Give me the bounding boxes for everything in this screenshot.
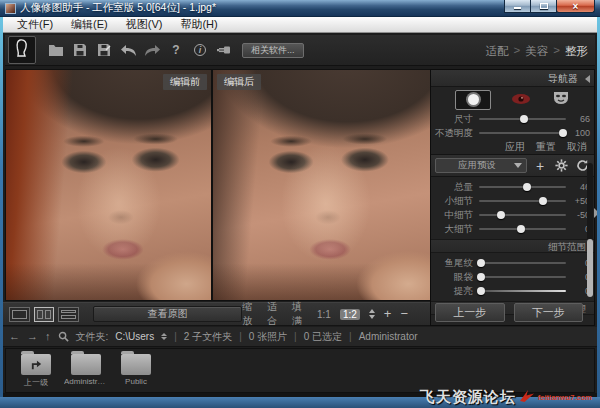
breadcrumb-separator: >	[514, 44, 521, 59]
before-badge: 编辑前	[163, 74, 207, 90]
eye-bag-slider-label: 眼袋	[433, 271, 479, 284]
amount-slider[interactable]	[479, 186, 566, 188]
folder-item-up[interactable]: 上一级	[14, 352, 58, 389]
brighten-slider-thumb[interactable]	[477, 287, 485, 295]
view-original-button[interactable]: 查看原图	[93, 306, 242, 322]
mid-detail-slider-label: 中细节	[433, 209, 479, 222]
stat-separator: |	[239, 331, 242, 342]
folder-item-label: Public	[114, 377, 158, 386]
preview-area: 编辑前 编辑后	[5, 69, 431, 301]
zoom-in-button[interactable]: +	[384, 309, 392, 319]
up-folder-button[interactable]: ↑	[45, 331, 51, 342]
breadcrumb-step-fit[interactable]: 适配	[486, 44, 509, 59]
large-detail-slider-label: 大细节	[433, 223, 479, 236]
opacity-slider[interactable]	[479, 132, 566, 134]
path-dropdown[interactable]	[161, 333, 167, 340]
ratio-1-1-button[interactable]: 1:1	[317, 309, 331, 320]
brush-tool-button[interactable]	[455, 90, 491, 110]
forum-watermark: 飞天资源论坛 feitianwu7.com	[420, 388, 592, 407]
window-border-left	[0, 17, 3, 397]
zoom-stepper[interactable]	[369, 309, 375, 319]
zoom-label: 缩放	[242, 300, 258, 328]
panel-scrollbar-thumb[interactable]	[587, 239, 593, 297]
help-button[interactable]: ?	[164, 40, 188, 60]
menu-view[interactable]: 视图(V)	[117, 17, 172, 32]
ratio-1-2-button[interactable]: 1:2	[340, 309, 360, 320]
mid-detail-slider[interactable]	[479, 214, 566, 216]
settings-button[interactable]	[553, 158, 569, 174]
fine-detail-slider-thumb[interactable]	[539, 197, 547, 205]
apply-button[interactable]: 应用	[505, 140, 525, 154]
back-button[interactable]: ←	[9, 331, 20, 342]
after-badge: 编辑后	[217, 74, 261, 90]
size-slider-thumb[interactable]	[520, 115, 528, 123]
side-by-side-view-button[interactable]	[34, 307, 55, 322]
breadcrumb-step-reshape[interactable]: 整形	[565, 44, 588, 59]
folder-item-administrator[interactable]: Administrator	[64, 352, 108, 389]
size-slider[interactable]	[479, 118, 566, 120]
bottom-pane-icon	[61, 315, 76, 319]
preset-dropdown[interactable]: 应用预设	[435, 158, 527, 173]
previous-step-button[interactable]: 上一步	[435, 303, 505, 322]
opacity-slider-label: 不透明度	[433, 127, 479, 140]
breadcrumb-step-beauty[interactable]: 美容	[525, 44, 548, 59]
crows-feet-slider[interactable]	[479, 262, 566, 264]
minimize-button[interactable]	[504, 0, 531, 13]
redo-button[interactable]	[140, 40, 164, 60]
eye-bag-slider[interactable]	[479, 276, 566, 278]
menu-help[interactable]: 帮助(H)	[171, 17, 226, 32]
menu-edit[interactable]: 编辑(E)	[62, 17, 117, 32]
save-button[interactable]	[68, 40, 92, 60]
before-image[interactable]: 编辑前	[6, 70, 211, 300]
stacked-view-button[interactable]	[58, 307, 79, 322]
zoom-out-button[interactable]: −	[400, 309, 408, 319]
search-icon[interactable]	[58, 328, 69, 346]
opacity-slider-thumb[interactable]	[559, 129, 567, 137]
related-software-button[interactable]: 相关软件...	[242, 43, 304, 58]
cancel-button[interactable]: 取消	[567, 140, 587, 154]
fine-detail-slider[interactable]	[479, 200, 566, 202]
current-path[interactable]: C:\Users	[115, 331, 154, 342]
add-preset-button[interactable]: +	[532, 158, 548, 174]
opacity-slider-row: 不透明度 100	[431, 126, 594, 140]
info-icon: i	[194, 44, 206, 56]
save-as-icon	[97, 43, 111, 57]
after-image[interactable]: 编辑后	[213, 70, 430, 300]
save-as-button[interactable]	[92, 40, 116, 60]
step-buttons: 上一步 下一步	[435, 303, 583, 322]
minimize-icon	[514, 7, 521, 9]
menu-file[interactable]: 文件(F)	[8, 17, 62, 32]
eye-bag-slider-thumb[interactable]	[477, 273, 485, 281]
app-logo-button[interactable]	[8, 36, 36, 64]
collapse-left-icon[interactable]	[585, 75, 590, 83]
amount-slider-thumb[interactable]	[523, 183, 531, 191]
large-detail-slider-thumb[interactable]	[517, 225, 525, 233]
panel-scrollbar[interactable]	[587, 163, 593, 297]
plugin-button[interactable]	[212, 40, 236, 60]
brighten-slider-label: 提亮	[433, 285, 479, 298]
crows-feet-slider-thumb[interactable]	[477, 259, 485, 267]
undo-button[interactable]	[116, 40, 140, 60]
single-view-button[interactable]	[9, 307, 30, 322]
folder-item-public[interactable]: Public	[114, 352, 158, 389]
red-eye-tool-button[interactable]	[511, 91, 531, 109]
next-step-button[interactable]: 下一步	[514, 303, 584, 322]
fill-button[interactable]: 填满	[292, 300, 308, 328]
reset-button[interactable]: 重置	[536, 140, 556, 154]
large-detail-slider[interactable]	[479, 228, 566, 230]
top-pane-icon	[61, 310, 76, 314]
fit-button[interactable]: 适合	[267, 300, 283, 328]
maximize-button[interactable]	[530, 0, 557, 13]
mid-detail-slider-thumb[interactable]	[497, 211, 505, 219]
fine-detail-slider-label: 小细节	[433, 195, 479, 208]
mask-tool-button[interactable]	[552, 91, 570, 109]
open-folder-button[interactable]	[44, 40, 68, 60]
close-button[interactable]: ×	[556, 0, 595, 13]
navigator-header[interactable]: 导航器	[431, 70, 594, 87]
brush-size-icon	[468, 94, 479, 105]
forward-button[interactable]: →	[27, 331, 38, 342]
folder-label: 文件夹:	[76, 330, 109, 344]
brighten-slider[interactable]	[479, 290, 566, 292]
selected-count: 0 已选定	[304, 330, 342, 344]
info-button[interactable]: i	[188, 40, 212, 60]
